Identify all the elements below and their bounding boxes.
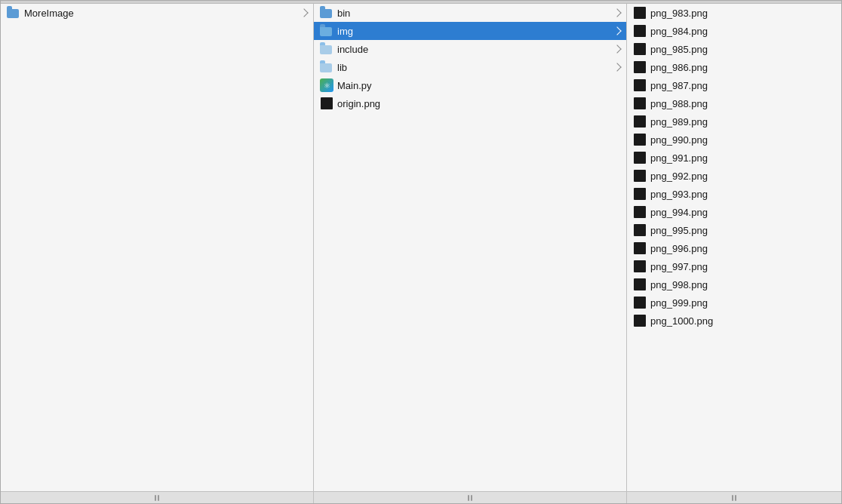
list-item[interactable]: png_986.png xyxy=(627,58,841,76)
list-item[interactable]: include xyxy=(314,40,626,58)
column-2: bin img include xyxy=(314,4,627,491)
list-item[interactable]: png_991.png xyxy=(627,149,841,167)
list-item[interactable]: Main.py xyxy=(314,76,626,94)
item-label: png_983.png xyxy=(650,8,835,19)
list-item[interactable]: png_990.png xyxy=(627,131,841,149)
folder-icon xyxy=(320,24,333,38)
chevron-right-icon xyxy=(300,8,308,17)
item-label: png_990.png xyxy=(650,134,835,146)
resize-handle-2[interactable] xyxy=(314,491,627,503)
item-label: img xyxy=(337,26,614,37)
column-3: png_983.pngpng_984.pngpng_985.pngpng_986… xyxy=(627,4,841,491)
folder-icon xyxy=(320,6,333,20)
item-label: lib xyxy=(337,62,614,73)
list-item[interactable]: png_987.png xyxy=(627,76,841,94)
chevron-right-icon xyxy=(613,63,621,71)
png-file-icon xyxy=(633,133,647,146)
item-label: png_984.png xyxy=(650,26,835,37)
column-1: MoreImage xyxy=(1,4,314,491)
list-item[interactable]: png_983.png xyxy=(627,4,841,22)
columns-container: MoreImage bin xyxy=(1,4,841,491)
list-item[interactable]: png_989.png xyxy=(627,112,841,131)
list-item[interactable]: png_998.png xyxy=(627,275,841,293)
resize-handle-3[interactable] xyxy=(627,491,841,503)
png-file-icon xyxy=(633,241,647,255)
list-item[interactable]: img xyxy=(314,22,626,40)
item-label: origin.png xyxy=(337,98,620,109)
folder-icon xyxy=(7,6,20,20)
png-file-icon xyxy=(633,205,647,219)
png-file-icon xyxy=(633,151,647,164)
item-label: png_1000.png xyxy=(650,315,835,327)
png-file-icon xyxy=(320,97,333,110)
resize-handle-1[interactable] xyxy=(1,491,314,503)
list-item[interactable]: png_988.png xyxy=(627,94,841,112)
png-file-icon xyxy=(633,97,647,110)
png-file-icon xyxy=(633,42,647,56)
python-file-icon xyxy=(320,78,333,92)
item-label: png_994.png xyxy=(650,207,835,218)
item-label: png_999.png xyxy=(650,297,835,309)
png-file-icon xyxy=(633,60,647,74)
finder-window: MoreImage bin xyxy=(0,0,842,504)
item-label: bin xyxy=(337,8,614,19)
item-label: png_993.png xyxy=(650,189,835,200)
item-label: png_996.png xyxy=(650,243,835,254)
list-item[interactable]: png_993.png xyxy=(627,185,841,203)
list-item[interactable]: MoreImage xyxy=(1,4,313,22)
list-item[interactable]: png_997.png xyxy=(627,257,841,275)
item-label: Main.py xyxy=(337,80,620,91)
item-label: png_986.png xyxy=(650,62,835,73)
item-label: png_995.png xyxy=(650,225,835,236)
list-item[interactable]: png_984.png xyxy=(627,22,841,40)
folder-icon xyxy=(320,42,333,56)
png-file-icon xyxy=(633,187,647,201)
list-item[interactable]: png_985.png xyxy=(627,40,841,58)
png-file-icon xyxy=(633,115,647,128)
chevron-right-icon xyxy=(613,8,621,17)
png-file-icon xyxy=(633,223,647,237)
item-label: png_991.png xyxy=(650,152,835,164)
png-file-icon xyxy=(633,260,647,273)
png-file-icon xyxy=(633,169,647,183)
list-item[interactable]: png_994.png xyxy=(627,203,841,221)
png-file-icon xyxy=(633,24,647,38)
png-file-icon xyxy=(633,6,647,20)
list-item[interactable]: lib xyxy=(314,58,626,76)
list-item[interactable]: origin.png xyxy=(314,94,626,112)
list-item[interactable]: bin xyxy=(314,4,626,22)
list-item[interactable]: png_1000.png xyxy=(627,312,841,330)
item-label: MoreImage xyxy=(24,8,301,19)
item-label: png_988.png xyxy=(650,98,835,109)
png-file-icon xyxy=(633,296,647,309)
item-label: png_989.png xyxy=(650,116,835,128)
bottom-bar xyxy=(1,491,841,503)
chevron-right-icon xyxy=(613,26,621,35)
png-file-icon xyxy=(633,314,647,327)
list-item[interactable]: png_992.png xyxy=(627,167,841,185)
item-label: png_992.png xyxy=(650,171,835,182)
png-file-icon xyxy=(633,78,647,92)
item-label: png_987.png xyxy=(650,80,835,91)
item-label: png_985.png xyxy=(650,44,835,55)
item-label: png_997.png xyxy=(650,261,835,272)
item-label: png_998.png xyxy=(650,279,835,290)
list-item[interactable]: png_999.png xyxy=(627,293,841,312)
png-file-icon xyxy=(633,278,647,291)
chevron-right-icon xyxy=(613,45,621,53)
list-item[interactable]: png_995.png xyxy=(627,221,841,239)
list-item[interactable]: png_996.png xyxy=(627,239,841,257)
folder-icon xyxy=(320,60,333,74)
item-label: include xyxy=(337,44,614,55)
